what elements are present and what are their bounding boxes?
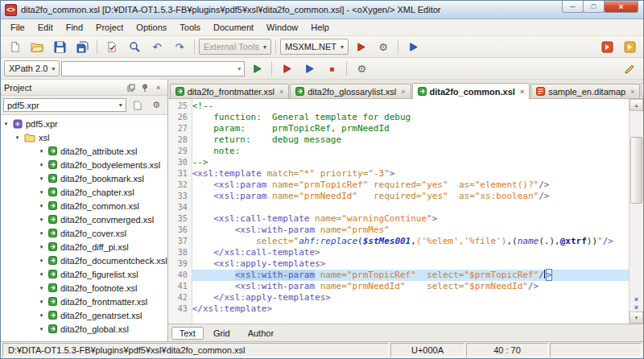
tree-item-dita2fo_convmerged.xsl[interactable]: ▾dita2fo_convmerged.xsl — [1, 213, 167, 226]
code-line-37[interactable]: 37 select="ahf:replace($stMes001,('%elem… — [168, 236, 629, 247]
new-document-button[interactable] — [4, 37, 25, 56]
expander-icon[interactable]: ▾ — [38, 230, 45, 237]
code-line-34[interactable]: 34 — [168, 202, 629, 213]
tree-item-dita2fo_global.xsl[interactable]: ▾dita2fo_global.xsl — [1, 322, 167, 336]
close-tab-icon[interactable]: × — [279, 88, 283, 96]
expander-icon[interactable]: ▾ — [38, 217, 45, 223]
project-settings-button[interactable]: ⚙ — [148, 97, 165, 113]
menu-edit[interactable]: Edit — [31, 20, 60, 35]
tree-item-dita2fo_bookmark.xsl[interactable]: ▾dita2fo_bookmark.xsl — [1, 171, 167, 185]
close-tab-icon[interactable]: × — [401, 88, 405, 96]
tab-sample_en.ditamap[interactable]: sample_en.ditamap× — [530, 84, 640, 98]
maximize-button[interactable]: □ — [583, 1, 605, 13]
save-all-button[interactable] — [72, 37, 93, 56]
code-line-43[interactable]: 43</xsl:template> — [168, 303, 629, 315]
code-line-29[interactable]: 29 note: — [168, 146, 629, 157]
tree-item-dita2fo_frontmatter.xsl[interactable]: ▾dita2fo_frontmatter.xsl — [1, 295, 167, 308]
project-combo[interactable]: pdf5.xpr ▾ — [3, 98, 126, 112]
expander-icon[interactable]: ▾ — [38, 258, 45, 264]
tab-dita2fo_common.xsl[interactable]: dita2fo_common.xsl× — [412, 83, 530, 99]
tab-dita2fo_frontmatter.xsl[interactable]: dita2fo_frontmatter.xsl× — [170, 84, 290, 98]
redo-button[interactable]: ↷ — [169, 37, 190, 56]
pin-icon[interactable] — [139, 82, 151, 93]
scroll-down-icon[interactable]: ▾ — [630, 312, 643, 324]
scrollbar-track[interactable] — [630, 111, 643, 292]
code-line-35[interactable]: 35 <xsl:call-template name="warningConti… — [168, 213, 629, 225]
tree-item-folder-xsl[interactable]: ▾xsl — [1, 130, 167, 144]
tree-item-dita2fo_footnote.xsl[interactable]: ▾dita2fo_footnote.xsl — [1, 281, 167, 295]
code-line-28[interactable]: 28 return: debug message — [168, 134, 629, 146]
expander-icon[interactable]: ▾ — [38, 175, 45, 182]
menu-help[interactable]: Help — [304, 20, 336, 35]
code-line-26[interactable]: 26 function: General template for debug — [168, 112, 629, 123]
scenario-settings-button[interactable]: ⚙ — [351, 59, 372, 78]
tree-item-dita2fo_attribute.xsl[interactable]: ▾dita2fo_attribute.xsl — [1, 144, 167, 158]
code-line-42[interactable]: 42 </xsl:apply-templates> — [168, 292, 629, 303]
tree-item-project-root[interactable]: ▾pdf5.xpr — [1, 117, 167, 130]
expander-icon[interactable]: ▾ — [38, 148, 45, 155]
code-line-32[interactable]: 32 <xsl:param name="prmTopicRef" require… — [168, 180, 629, 191]
save-button[interactable] — [49, 37, 70, 56]
expander-icon[interactable]: ▾ — [38, 326, 45, 332]
apply-transformation-button[interactable] — [350, 37, 371, 56]
expander-icon[interactable]: ▾ — [14, 134, 21, 141]
close-panel-icon[interactable]: × — [153, 82, 164, 93]
menu-tools[interactable]: Tools — [173, 20, 207, 35]
mode-tab-text[interactable]: Text — [171, 327, 204, 340]
edit-annotations-button[interactable] — [619, 59, 640, 78]
expander-icon[interactable]: ▾ — [38, 299, 45, 305]
xpath-version-dropdown[interactable]: XPath 2.0 ▾ — [4, 60, 60, 76]
tab-scroll-left-icon[interactable]: ◂ — [641, 83, 644, 97]
code-line-41[interactable]: 41 <xsl:with-param name="prmNeedId" sele… — [168, 281, 629, 292]
code-line-39[interactable]: 39 <xsl:apply-templates> — [168, 258, 629, 270]
expander-icon[interactable]: ▾ — [38, 271, 45, 278]
expander-icon[interactable]: ▾ — [38, 244, 45, 250]
code-line-27[interactable]: 27 param: prmTopicRef, prmNeedId — [168, 123, 629, 134]
code-line-30[interactable]: 30--> — [168, 157, 629, 168]
split-mark-icon[interactable]: × — [634, 295, 638, 303]
mode-tab-author[interactable]: Author — [240, 327, 282, 340]
code-line-38[interactable]: 38 </xsl:call-template> — [168, 247, 629, 258]
transformation-settings-button[interactable]: ⚙ — [373, 37, 394, 56]
tree-item-dita2fo_chapter.xsl[interactable]: ▾dita2fo_chapter.xsl — [1, 185, 167, 199]
debug-scenario-button[interactable] — [299, 59, 320, 78]
tree-item-dita2fo_common.xsl[interactable]: ▾dita2fo_common.xsl — [1, 199, 167, 213]
close-tab-icon[interactable]: × — [630, 88, 634, 96]
expander-icon[interactable]: ▾ — [38, 203, 45, 209]
title-bar[interactable]: <> dita2fo_common.xsl [D:¥DITA-OT1.5.3-F… — [1, 1, 643, 19]
tree-item-dita2fo_diff_pi.xsl[interactable]: ▾dita2fo_diff_pi.xsl — [1, 240, 167, 254]
undo-button[interactable]: ↶ — [147, 37, 167, 56]
search-button[interactable] — [124, 37, 145, 56]
tab-dita2fo_glossarylist.xsl[interactable]: dita2fo_glossarylist.xsl× — [290, 84, 411, 98]
vertical-scrollbar[interactable]: ▴ × × ▾ — [629, 99, 643, 324]
tree-item-dita2fo_genatrset.xsl[interactable]: ▾dita2fo_genatrset.xsl — [1, 308, 167, 322]
tree-item-dita2fo_cover.xsl[interactable]: ▾dita2fo_cover.xsl — [1, 226, 167, 240]
open-file-button[interactable] — [27, 37, 47, 56]
float-panel-icon[interactable] — [126, 82, 137, 93]
xpath-input[interactable]: ▾ — [61, 61, 245, 76]
project-new-button[interactable] — [129, 97, 146, 113]
menu-document[interactable]: Document — [207, 20, 260, 35]
expander-icon[interactable]: ▾ — [38, 285, 45, 291]
xslt-debugger-button[interactable] — [597, 37, 617, 56]
tree-item-dita2fo_figurelist.xsl[interactable]: ▾dita2fo_figurelist.xsl — [1, 267, 167, 281]
external-tools-dropdown[interactable]: External Tools ▾ — [199, 39, 271, 55]
code-line-25[interactable]: 25<!-- — [168, 101, 629, 112]
stop-button[interactable]: ■ — [321, 59, 342, 78]
xquery-debugger-button[interactable] — [619, 37, 640, 56]
scrollbar-thumb[interactable] — [630, 137, 642, 204]
code-line-40[interactable]: 40 <xsl:with-param name="prmTopicRef" se… — [168, 270, 629, 281]
tree-item-dita2fo_documentcheck.xsl[interactable]: ▾dita2fo_documentcheck.xsl — [1, 254, 167, 267]
code-lines[interactable]: 25<!--26 function: General template for … — [168, 99, 629, 324]
close-tab-icon[interactable]: × — [520, 88, 524, 96]
expander-icon[interactable]: ▾ — [2, 121, 10, 127]
menu-file[interactable]: File — [4, 20, 31, 35]
minimize-button[interactable]: ─ — [562, 1, 584, 13]
code-line-36[interactable]: 36 <xsl:with-param name="prmMes" — [168, 225, 629, 236]
menu-window[interactable]: Window — [260, 20, 304, 35]
expander-icon[interactable]: ▾ — [38, 162, 45, 168]
debug-transformation-button[interactable] — [402, 37, 423, 56]
run-scenario-button[interactable] — [276, 59, 297, 78]
tree-item-dita2fo_bodyelements.xsl[interactable]: ▾dita2fo_bodyelements.xsl — [1, 158, 167, 171]
menu-find[interactable]: Find — [60, 20, 89, 35]
